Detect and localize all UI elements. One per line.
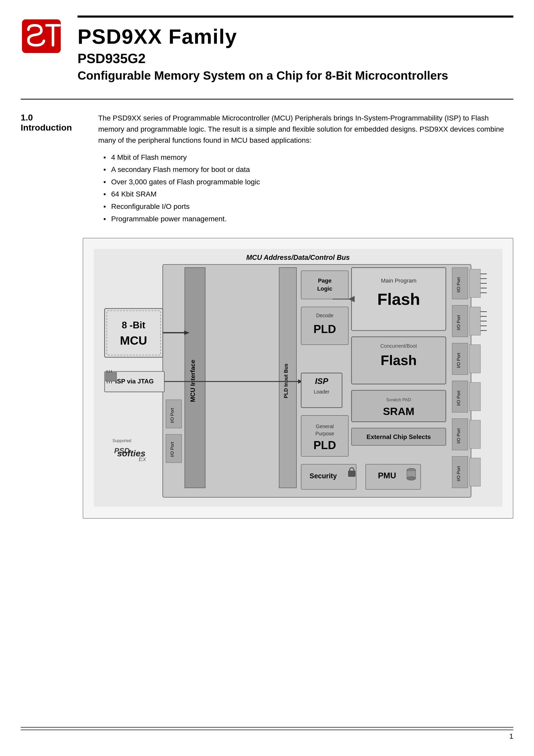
section-number: 1.0	[21, 113, 83, 122]
logo-area	[21, 18, 62, 55]
list-item: 64 Kbit SRAM	[103, 188, 513, 201]
svg-rect-83	[469, 345, 480, 373]
svg-rect-81	[469, 269, 480, 298]
svg-text:Supported: Supported	[113, 439, 131, 443]
title-area: PSD9XX Family PSD935G2 Configurable Memo…	[78, 15, 513, 83]
svg-text:Flash: Flash	[381, 353, 417, 368]
svg-text:PLD Input Bus: PLD Input Bus	[283, 364, 289, 398]
diagram-svg: MCU Address/Data/Control Bus I/O Port I/…	[93, 249, 502, 507]
svg-text:ISP: ISP	[315, 377, 329, 386]
svg-text:PLD: PLD	[313, 439, 336, 451]
svg-text:MCU: MCU	[120, 334, 147, 347]
desc-title: Configurable Memory System on a Chip for…	[78, 68, 513, 83]
svg-rect-42	[105, 372, 117, 381]
svg-text:MCU Address/Data/Control Bus: MCU Address/Data/Control Bus	[246, 254, 350, 261]
sub-title: PSD935G2	[78, 51, 513, 66]
svg-text:I/O Port: I/O Port	[456, 466, 461, 481]
svg-rect-86	[469, 458, 480, 486]
section-body: The PSD9XX series of Programmable Microc…	[98, 113, 513, 225]
svg-text:I/O Port: I/O Port	[456, 391, 461, 406]
svg-rect-82	[469, 307, 480, 335]
svg-text:Ex: Ex	[139, 456, 146, 463]
svg-point-70	[407, 476, 415, 480]
intro-paragraph: The PSD9XX series of Programmable Microc…	[98, 113, 513, 146]
header: PSD9XX Family PSD935G2 Configurable Memo…	[0, 0, 534, 83]
block-diagram: MCU Address/Data/Control Bus I/O Port I/…	[83, 238, 513, 519]
svg-rect-71	[105, 309, 163, 357]
svg-text:PMU: PMU	[378, 471, 396, 480]
svg-text:8 -Bit: 8 -Bit	[122, 320, 145, 331]
svg-text:Logic: Logic	[317, 285, 332, 292]
svg-text:Page: Page	[318, 278, 331, 284]
list-item: Over 3,000 gates of Flash programmable l…	[103, 176, 513, 188]
section-label: 1.0 Introduction	[21, 113, 83, 225]
svg-text:I/O Port: I/O Port	[170, 442, 175, 457]
svg-rect-84	[469, 382, 480, 411]
svg-text:External Chip Selects: External Chip Selects	[366, 433, 431, 440]
svg-text:I/O Port: I/O Port	[456, 428, 461, 444]
footer: 1	[21, 727, 513, 741]
svg-text:MCU Interface: MCU Interface	[189, 360, 196, 402]
main-title: PSD9XX Family	[78, 25, 513, 48]
svg-text:Decode: Decode	[316, 313, 334, 318]
page-number: 1	[509, 732, 513, 741]
svg-text:PLD: PLD	[313, 323, 336, 335]
svg-text:ISP via JTAG: ISP via JTAG	[115, 378, 154, 385]
section-name: Introduction	[21, 122, 83, 133]
svg-rect-85	[469, 420, 480, 448]
svg-text:I/O Port: I/O Port	[170, 408, 175, 423]
svg-text:SRAM: SRAM	[383, 405, 414, 417]
svg-text:Concurrent/Boot: Concurrent/Boot	[381, 343, 417, 349]
svg-rect-65	[348, 471, 356, 476]
svg-text:I/O Port: I/O Port	[456, 315, 461, 331]
list-item: Reconfigurable I/O ports	[103, 201, 513, 213]
feature-list: 4 Mbit of Flash memoryA secondary Flash …	[103, 151, 513, 225]
svg-text:General: General	[316, 423, 334, 429]
svg-text:I/O Port: I/O Port	[456, 353, 461, 368]
st-logo-icon	[21, 18, 62, 54]
svg-text:Scratch PAD: Scratch PAD	[386, 397, 411, 402]
svg-text:Security: Security	[310, 472, 337, 480]
list-item: 4 Mbit of Flash memory	[103, 151, 513, 164]
svg-rect-26	[301, 271, 348, 299]
svg-text:Main Program: Main Program	[381, 278, 416, 284]
svg-text:Loader: Loader	[314, 389, 330, 394]
list-item: Programmable power management.	[103, 213, 513, 225]
svg-text:I/O Port: I/O Port	[456, 278, 461, 293]
svg-text:Purpose: Purpose	[315, 431, 334, 436]
svg-text:Flash: Flash	[377, 290, 420, 308]
list-item: A secondary Flash memory for boot or dat…	[103, 163, 513, 176]
content-area: 1.0 Introduction The PSD9XX series of Pr…	[0, 99, 534, 225]
